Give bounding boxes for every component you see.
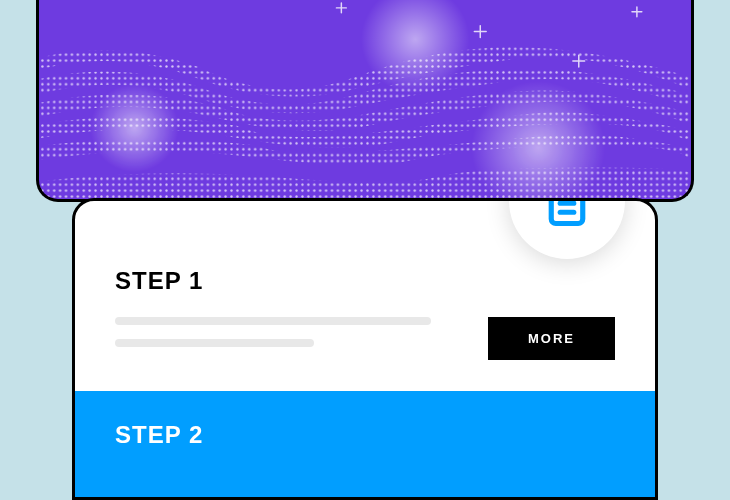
hero-banner [36,0,694,202]
step-1-title: STEP 1 [115,267,615,295]
step-1-body: MORE [115,317,615,361]
steps-card: STEP 1 MORE STEP 2 [72,198,658,500]
more-button[interactable]: MORE [488,317,615,360]
hero-decorative-pattern [39,0,691,199]
step-2-title: STEP 2 [115,421,615,449]
step-1-panel: STEP 1 MORE [75,201,655,391]
placeholder-line [115,339,314,347]
placeholder-line [115,317,431,325]
step-2-panel: STEP 2 [75,391,655,500]
step-1-placeholder-text [115,317,458,361]
